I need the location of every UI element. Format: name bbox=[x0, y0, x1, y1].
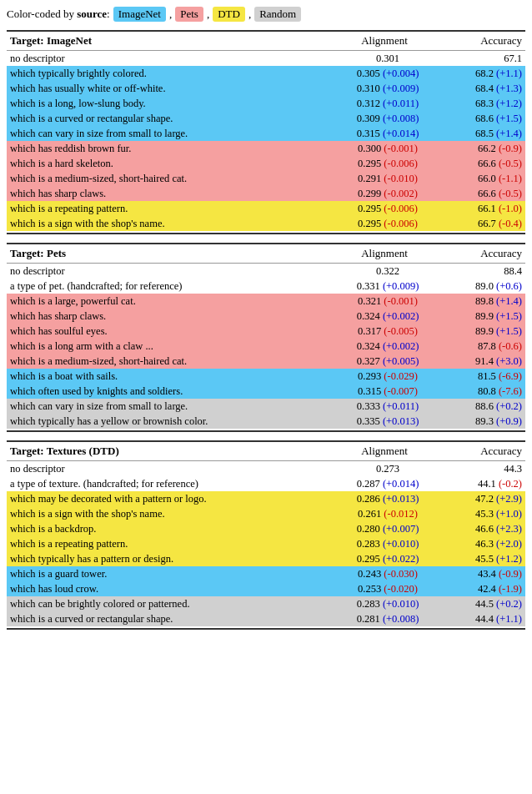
align-delta: (+0.009) bbox=[383, 280, 419, 292]
desc-cell: which has reddish brown fur. bbox=[7, 141, 334, 156]
align-cell: 0.295 (-0.006) bbox=[334, 156, 442, 171]
acc-delta: (-1.1) bbox=[499, 173, 522, 184]
desc-cell: which is a sign with the shop's name. bbox=[7, 506, 334, 521]
align-delta: (-0.012) bbox=[384, 508, 418, 520]
align-cell: 0.322 bbox=[334, 264, 442, 279]
acc-cell: 46.3 (+2.0) bbox=[442, 536, 525, 551]
target-label-0: Target: ImageNet bbox=[10, 34, 330, 48]
align-delta: (+0.005) bbox=[383, 355, 419, 367]
section-2: Target: Textures (DTD) Alignment Accurac… bbox=[7, 440, 525, 630]
align-delta: (+0.008) bbox=[383, 613, 419, 625]
table-row: which can be brightly colored or pattern… bbox=[7, 596, 525, 611]
col-header-align-0: Alignment bbox=[330, 34, 439, 48]
table-row: which is a long arm with a claw ... 0.32… bbox=[7, 339, 525, 354]
desc-cell: no descriptor bbox=[7, 51, 334, 66]
table-row: which is a medium-sized, short-haired ca… bbox=[7, 171, 525, 186]
acc-cell: 44.4 (+1.1) bbox=[442, 611, 525, 626]
desc-cell: which is a curved or rectangular shape. bbox=[7, 611, 334, 626]
acc-cell: 81.5 (-6.9) bbox=[442, 369, 525, 384]
section-bottom-border-1 bbox=[7, 430, 525, 432]
align-cell: 0.315 (-0.007) bbox=[334, 384, 442, 399]
acc-cell: 43.4 (-0.9) bbox=[442, 566, 525, 581]
align-delta: (+0.002) bbox=[383, 310, 419, 322]
acc-cell: 80.8 (-7.6) bbox=[442, 384, 525, 399]
align-delta: (+0.007) bbox=[383, 523, 419, 535]
desc-cell: which is a medium-sized, short-haired ca… bbox=[7, 171, 334, 186]
acc-delta: (+2.9) bbox=[496, 493, 522, 505]
sections-container: Target: ImageNet Alignment Accuracy no d… bbox=[7, 30, 525, 630]
align-cell: 0.327 (+0.005) bbox=[334, 354, 442, 369]
table-row: which has usually white or off-white. 0.… bbox=[7, 81, 525, 96]
align-delta: (-0.030) bbox=[384, 568, 418, 580]
acc-delta: (-7.6) bbox=[499, 385, 522, 397]
desc-cell: no descriptor bbox=[7, 461, 334, 476]
align-cell: 0.335 (+0.013) bbox=[334, 414, 442, 429]
align-cell: 0.324 (+0.002) bbox=[334, 309, 442, 324]
desc-cell: which may be decorated with a pattern or… bbox=[7, 491, 334, 506]
align-delta: (+0.014) bbox=[383, 478, 419, 490]
acc-delta: (-0.2) bbox=[499, 478, 522, 490]
col-header-align-2: Alignment bbox=[330, 445, 439, 458]
acc-cell: 45.3 (+1.0) bbox=[442, 506, 525, 521]
table-row: which has loud crow. 0.253 (-0.020) 42.4… bbox=[7, 581, 525, 596]
align-delta: (+0.009) bbox=[383, 83, 419, 94]
desc-cell: which typically has a yellow or brownish… bbox=[7, 414, 334, 429]
separator-2: , bbox=[207, 8, 209, 21]
badge-imagenet: ImageNet bbox=[113, 7, 166, 22]
section-header-0: Target: ImageNet Alignment Accuracy bbox=[7, 30, 525, 51]
acc-cell: 67.1 bbox=[442, 51, 525, 66]
table-1: no descriptor 0.322 88.4 a type of pet. … bbox=[7, 264, 525, 429]
align-delta: (+0.004) bbox=[383, 68, 419, 79]
align-cell: 0.293 (-0.029) bbox=[334, 369, 442, 384]
acc-cell: 66.7 (-0.4) bbox=[442, 216, 525, 231]
align-delta: (+0.010) bbox=[383, 538, 419, 550]
acc-cell: 66.1 (-1.0) bbox=[442, 201, 525, 216]
align-cell: 0.321 (-0.001) bbox=[334, 294, 442, 309]
table-row: which may be decorated with a pattern or… bbox=[7, 491, 525, 506]
table-row: which typically brightly colored. 0.305 … bbox=[7, 66, 525, 81]
separator-3: , bbox=[248, 8, 251, 21]
table-row: which is a sign with the shop's name. 0.… bbox=[7, 216, 525, 231]
acc-cell: 89.8 (+1.4) bbox=[442, 294, 525, 309]
align-delta: (-0.002) bbox=[384, 188, 418, 199]
desc-cell: which often used by knights and soldiers… bbox=[7, 384, 334, 399]
align-delta: (-0.029) bbox=[384, 370, 418, 382]
acc-cell: 66.6 (-0.5) bbox=[442, 156, 525, 171]
desc-cell: a type of pet. (handcrafted; for referen… bbox=[7, 279, 334, 294]
align-cell: 0.331 (+0.009) bbox=[334, 279, 442, 294]
align-cell: 0.253 (-0.020) bbox=[334, 581, 442, 596]
badge-dtd: DTD bbox=[213, 7, 245, 22]
acc-delta: (-0.4) bbox=[499, 218, 522, 229]
align-cell: 0.312 (+0.011) bbox=[334, 96, 442, 111]
acc-cell: 46.6 (+2.3) bbox=[442, 521, 525, 536]
align-cell: 0.333 (+0.011) bbox=[334, 399, 442, 414]
section-1: Target: Pets Alignment Accuracy no descr… bbox=[7, 243, 525, 432]
align-cell: 0.317 (-0.005) bbox=[334, 324, 442, 339]
acc-cell: 89.9 (+1.5) bbox=[442, 309, 525, 324]
section-0: Target: ImageNet Alignment Accuracy no d… bbox=[7, 30, 525, 234]
align-delta: (-0.007) bbox=[384, 385, 418, 397]
table-row: which is a guard tower. 0.243 (-0.030) 4… bbox=[7, 566, 525, 581]
acc-delta: (-0.9) bbox=[499, 143, 522, 154]
desc-cell: which can be brightly colored or pattern… bbox=[7, 596, 334, 611]
table-row: which has sharp claws. 0.324 (+0.002) 89… bbox=[7, 309, 525, 324]
acc-delta: (+1.3) bbox=[496, 83, 522, 94]
align-cell: 0.283 (+0.010) bbox=[334, 596, 442, 611]
acc-cell: 88.6 (+0.2) bbox=[442, 399, 525, 414]
table-row: which is a hard skeleton. 0.295 (-0.006)… bbox=[7, 156, 525, 171]
acc-delta: (+0.2) bbox=[496, 598, 522, 610]
align-delta: (-0.001) bbox=[384, 295, 418, 307]
acc-delta: (+1.5) bbox=[496, 310, 522, 322]
desc-cell: which typically brightly colored. bbox=[7, 66, 334, 81]
align-cell: 0.301 bbox=[334, 51, 442, 66]
acc-cell: 44.3 bbox=[442, 461, 525, 476]
acc-delta: (-6.9) bbox=[499, 370, 522, 382]
align-delta: (+0.010) bbox=[383, 598, 419, 610]
col-header-acc-0: Accuracy bbox=[439, 34, 522, 48]
acc-delta: (+0.9) bbox=[496, 415, 522, 427]
badge-pets: Pets bbox=[175, 7, 203, 22]
table-row: which is a medium-sized, short-haired ca… bbox=[7, 354, 525, 369]
table-row: which is a repeating pattern. 0.295 (-0.… bbox=[7, 201, 525, 216]
desc-cell: which has soulful eyes. bbox=[7, 324, 334, 339]
align-delta: (+0.014) bbox=[383, 128, 419, 139]
